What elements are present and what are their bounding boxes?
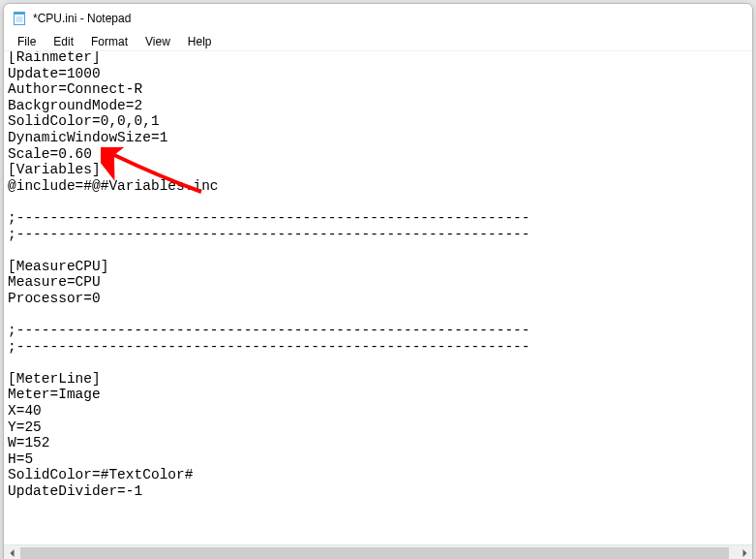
scroll-right-icon[interactable] — [736, 545, 752, 560]
notepad-window: *CPU.ini - Notepad File Edit Format View… — [3, 3, 753, 559]
svg-rect-1 — [14, 12, 25, 15]
menu-edit[interactable]: Edit — [45, 34, 81, 49]
titlebar[interactable]: *CPU.ini - Notepad — [4, 4, 752, 33]
menubar: File Edit Format View Help — [4, 33, 752, 51]
menu-view[interactable]: View — [137, 34, 178, 49]
notepad-icon — [12, 11, 27, 26]
menu-file[interactable]: File — [10, 34, 44, 49]
horizontal-scrollbar[interactable] — [4, 544, 752, 559]
menu-format[interactable]: Format — [83, 34, 136, 49]
editor-area: [Rainmeter] Update=1000 Author=Connect-R… — [4, 51, 752, 559]
window-title: *CPU.ini - Notepad — [33, 12, 131, 25]
scroll-left-icon[interactable] — [4, 545, 20, 560]
menu-help[interactable]: Help — [180, 34, 220, 49]
text-editor[interactable]: [Rainmeter] Update=1000 Author=Connect-R… — [4, 51, 752, 559]
scrollbar-track[interactable] — [20, 545, 736, 560]
scrollbar-thumb[interactable] — [20, 547, 729, 560]
